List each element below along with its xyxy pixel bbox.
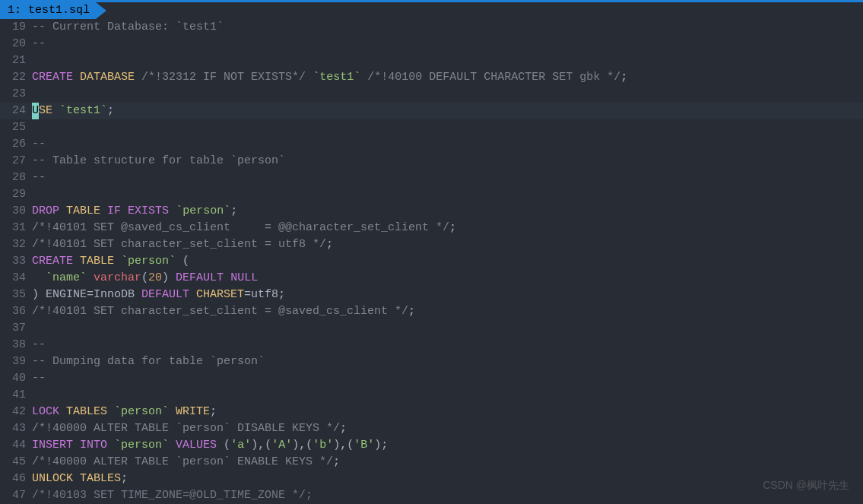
code-line[interactable]: 39-- Dumping data for table `person` — [0, 353, 863, 370]
token: ; — [121, 472, 128, 485]
line-number: 39 — [0, 353, 32, 370]
token: /*!40101 SET character_set_client = @sav… — [32, 305, 408, 318]
token: ; — [230, 204, 237, 217]
code-line[interactable]: 44INSERT INTO `person` VALUES ('a'),('A'… — [0, 437, 863, 454]
token — [73, 439, 80, 452]
line-content[interactable]: /*!40000 ALTER TABLE `person` ENABLE KEY… — [32, 454, 863, 471]
token: LOCK — [32, 405, 59, 418]
line-content[interactable]: -- — [32, 36, 863, 52]
token: ; — [408, 305, 415, 318]
line-number: 36 — [0, 303, 32, 320]
code-editor[interactable]: 19-- Current Database: `test1`20--2122CR… — [0, 19, 863, 504]
code-line[interactable]: 43/*!40000 ALTER TABLE `person` DISABLE … — [0, 420, 863, 437]
line-content[interactable]: `name` varchar(20) DEFAULT NULL — [32, 270, 863, 287]
line-content[interactable]: -- — [32, 337, 863, 353]
line-content[interactable]: -- — [32, 136, 863, 153]
line-number: 38 — [0, 337, 32, 353]
tab-active[interactable]: 1: test1.sql — [0, 2, 96, 19]
token: UNLOCK — [32, 472, 73, 485]
line-content[interactable]: /*!40101 SET character_set_client = @sav… — [32, 303, 863, 320]
token: DATABASE — [80, 71, 135, 84]
code-line[interactable]: 29 — [0, 186, 863, 203]
token: VALUES — [176, 439, 217, 452]
token: /*!40000 ALTER TABLE `person` ENABLE KEY… — [32, 455, 333, 468]
line-content[interactable]: CREATE DATABASE /*!32312 IF NOT EXISTS*/… — [32, 69, 863, 86]
line-content[interactable]: UNLOCK TABLES; — [32, 471, 863, 487]
token: /*!40103 SET TIME_ZONE=@OLD_TIME_ZONE */… — [32, 489, 313, 502]
token: ); — [374, 439, 388, 452]
token: 'A' — [271, 439, 292, 452]
code-line[interactable]: 31/*!40101 SET @saved_cs_client = @@char… — [0, 220, 863, 236]
line-content[interactable]: -- — [32, 370, 863, 387]
line-number: 34 — [0, 270, 32, 287]
line-content[interactable]: -- — [32, 170, 863, 186]
line-content[interactable]: LOCK TABLES `person` WRITE; — [32, 404, 863, 420]
code-line[interactable]: 23 — [0, 86, 863, 103]
token: ; — [326, 238, 333, 251]
token: IF — [107, 204, 121, 217]
line-number: 32 — [0, 236, 32, 253]
line-content[interactable]: /*!40000 ALTER TABLE `person` DISABLE KE… — [32, 420, 863, 437]
line-number: 42 — [0, 404, 32, 420]
token: `person` — [121, 255, 176, 268]
line-content[interactable]: DROP TABLE IF EXISTS `person`; — [32, 203, 863, 220]
line-content[interactable]: -- Current Database: `test1` — [32, 19, 863, 36]
token: ) — [162, 271, 176, 284]
token: DEFAULT — [176, 271, 224, 284]
line-number: 28 — [0, 170, 32, 186]
code-line[interactable]: 46UNLOCK TABLES; — [0, 471, 863, 487]
code-line[interactable]: 42LOCK TABLES `person` WRITE; — [0, 404, 863, 420]
token: 'b' — [313, 439, 333, 452]
line-content[interactable]: ) ENGINE=InnoDB DEFAULT CHARSET=utf8; — [32, 287, 863, 303]
code-line[interactable]: 45/*!40000 ALTER TABLE `person` ENABLE K… — [0, 454, 863, 471]
token: NULL — [230, 271, 258, 284]
tab-bar: 1: test1.sql — [0, 2, 863, 19]
code-line[interactable]: 27-- Table structure for table `person` — [0, 153, 863, 170]
code-line[interactable]: 21 — [0, 52, 863, 69]
token: DROP — [32, 204, 59, 217]
tab-index: 1: — [8, 2, 21, 19]
code-line[interactable]: 35) ENGINE=InnoDB DEFAULT CHARSET=utf8; — [0, 287, 863, 303]
token: ) ENGINE — [32, 288, 87, 301]
code-line[interactable]: 38-- — [0, 337, 863, 353]
line-content[interactable]: INSERT INTO `person` VALUES ('a'),('A'),… — [32, 437, 863, 454]
token — [107, 405, 114, 418]
token: -- — [32, 37, 46, 50]
line-number: 25 — [0, 119, 32, 136]
line-content[interactable]: CREATE TABLE `person` ( — [32, 253, 863, 270]
line-content[interactable]: -- Dumping data for table `person` — [32, 353, 863, 370]
code-line[interactable]: 34 `name` varchar(20) DEFAULT NULL — [0, 270, 863, 287]
line-content[interactable]: /*!40101 SET character_set_client = utf8… — [32, 236, 863, 253]
token: WRITE — [176, 405, 210, 418]
token — [169, 439, 176, 452]
code-line[interactable]: 37 — [0, 320, 863, 337]
code-line[interactable]: 22CREATE DATABASE /*!32312 IF NOT EXISTS… — [0, 69, 863, 86]
code-line[interactable]: 36/*!40101 SET character_set_client = @s… — [0, 303, 863, 320]
token: ; — [449, 221, 456, 234]
code-line[interactable]: 40-- — [0, 370, 863, 387]
token — [169, 204, 176, 217]
code-line[interactable]: 26-- — [0, 136, 863, 153]
token: 20 — [148, 271, 162, 284]
code-line[interactable]: 47/*!40103 SET TIME_ZONE=@OLD_TIME_ZONE … — [0, 487, 863, 504]
code-line[interactable]: 24USE `test1`; — [0, 103, 863, 119]
token: TABLE — [80, 255, 114, 268]
token: EXISTS — [128, 204, 169, 217]
code-line[interactable]: 20-- — [0, 36, 863, 52]
line-content[interactable]: -- Table structure for table `person` — [32, 153, 863, 170]
token: 'B' — [354, 439, 374, 452]
code-line[interactable]: 41 — [0, 387, 863, 404]
code-line[interactable]: 19-- Current Database: `test1` — [0, 19, 863, 36]
token — [107, 439, 114, 452]
token — [169, 405, 176, 418]
token: ; — [107, 104, 114, 117]
code-line[interactable]: 33CREATE TABLE `person` ( — [0, 253, 863, 270]
line-content[interactable]: USE `test1`; — [32, 103, 863, 119]
line-content[interactable]: /*!40101 SET @saved_cs_client = @@charac… — [32, 220, 863, 236]
code-line[interactable]: 30DROP TABLE IF EXISTS `person`; — [0, 203, 863, 220]
code-line[interactable]: 28-- — [0, 170, 863, 186]
token — [73, 71, 80, 84]
line-content[interactable]: /*!40103 SET TIME_ZONE=@OLD_TIME_ZONE */… — [32, 487, 863, 504]
code-line[interactable]: 32/*!40101 SET character_set_client = ut… — [0, 236, 863, 253]
code-line[interactable]: 25 — [0, 119, 863, 136]
